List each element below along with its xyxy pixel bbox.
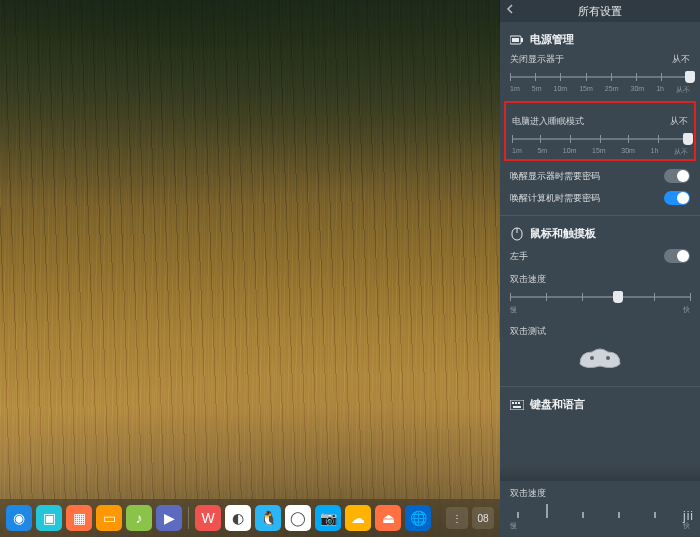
sleep-highlight: 电脑进入睡眠模式 从不 1m5m10m15m30m1h从不 — [504, 101, 696, 161]
dblclick-test-area[interactable] — [510, 342, 690, 376]
mouse-icon — [510, 227, 524, 241]
tray-1[interactable]: ⋮ — [446, 507, 468, 529]
panel-title: 所有设置 — [578, 4, 622, 19]
divider2 — [500, 386, 700, 387]
dock-wps[interactable]: W — [195, 505, 221, 531]
battery-icon — [510, 33, 524, 47]
left-hand-toggle[interactable] — [664, 249, 690, 263]
dock-launcher[interactable]: ◉ — [6, 505, 32, 531]
wake-display-pw-row: 唤醒显示器时需要密码 — [510, 169, 690, 183]
dblclick-test-label: 双击测试 — [510, 325, 690, 338]
svg-rect-2 — [512, 38, 519, 42]
dock-cloud[interactable]: ☁ — [345, 505, 371, 531]
sleep-ticks: 1m5m10m15m30m1h从不 — [512, 147, 688, 157]
left-hand-row: 左手 — [510, 249, 690, 263]
dblclick-speed-slider[interactable]: 慢快 — [510, 290, 690, 315]
section-mouse: 鼠标和触摸板 — [510, 226, 690, 241]
dock-files[interactable]: ▣ — [36, 505, 62, 531]
dock-eject[interactable]: ⏏ — [375, 505, 401, 531]
jii-text: jii — [683, 509, 694, 523]
dock-browser[interactable]: 🌐 — [405, 505, 431, 531]
dock-qq[interactable]: 🐧 — [255, 505, 281, 531]
back-icon[interactable] — [506, 4, 516, 16]
svg-rect-1 — [521, 38, 523, 42]
svg-rect-10 — [518, 402, 520, 404]
dock-app-store[interactable]: ▦ — [66, 505, 92, 531]
section-power: 电源管理 — [510, 32, 690, 47]
dock-video[interactable]: ▶ — [156, 505, 182, 531]
wake-display-pw-toggle[interactable] — [664, 169, 690, 183]
repeat-speed-label: 双击速度 — [510, 487, 690, 500]
svg-point-6 — [606, 356, 610, 360]
wake-computer-pw-toggle[interactable] — [664, 191, 690, 205]
system-tray: ⋮08 — [446, 507, 494, 529]
svg-rect-7 — [510, 400, 524, 410]
dock: ◉▣▦▭♪▶W◐🐧◯📷☁⏏🌐⋮08 — [0, 499, 500, 537]
dock-camera[interactable]: 📷 — [315, 505, 341, 531]
sleep-row: 电脑进入睡眠模式 从不 — [512, 115, 688, 128]
display-off-slider[interactable]: 1m5m10m15m25m30m1h从不 — [510, 70, 690, 95]
svg-rect-8 — [512, 402, 514, 404]
svg-rect-11 — [513, 406, 521, 408]
dock-music[interactable]: ♪ — [126, 505, 152, 531]
wake-computer-pw-row: 唤醒计算机时需要密码 — [510, 191, 690, 205]
panel-header: 所有设置 — [500, 0, 700, 22]
display-off-ticks: 1m5m10m15m25m30m1h从不 — [510, 85, 690, 95]
tray-time[interactable]: 08 — [472, 507, 494, 529]
svg-rect-9 — [515, 402, 517, 404]
keyboard-icon — [510, 398, 524, 412]
repeat-speed-slider[interactable] — [510, 502, 690, 520]
section-keyboard: 键盘和语言 — [510, 397, 690, 412]
divider — [500, 215, 700, 216]
settings-panel: 所有设置 电源管理 关闭显示器于 从不 1m5m10m15m25m30m1h从不 — [500, 0, 700, 537]
dock-spinner[interactable]: ◯ — [285, 505, 311, 531]
dblclick-speed-label: 双击速度 — [510, 273, 690, 286]
svg-point-5 — [590, 356, 594, 360]
sleep-slider[interactable]: 1m5m10m15m30m1h从不 — [512, 132, 688, 157]
keyboard-bottom: 双击速度 慢快 jii — [500, 481, 700, 537]
display-off-row: 关闭显示器于 从不 — [510, 53, 690, 66]
dock-chrome[interactable]: ◐ — [225, 505, 251, 531]
dock-calendar[interactable]: ▭ — [96, 505, 122, 531]
dock-separator — [188, 507, 189, 529]
